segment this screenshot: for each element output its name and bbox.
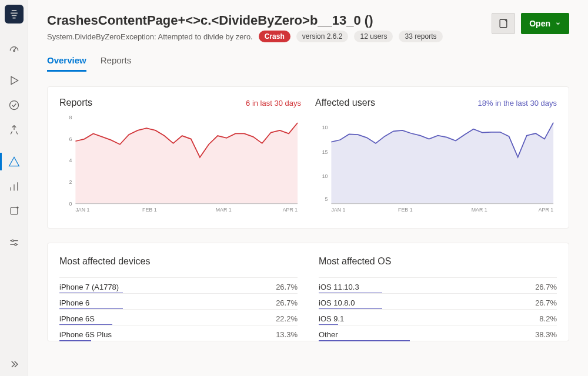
svg-text:8: 8 [69, 115, 72, 120]
chevron-double-right-icon [8, 358, 20, 370]
os-row: iOS 9.18.2% [319, 309, 557, 325]
sidebar [0, 0, 28, 376]
users-chart: 5101510JAN 1FEB 1MAR 1APR 1 [315, 114, 557, 217]
device-row: iPhone 7 (A1778)26.7% [59, 277, 298, 293]
svg-point-4 [11, 240, 13, 241]
svg-text:4: 4 [69, 157, 72, 163]
users-chart-title: Affected users [315, 98, 375, 108]
breakdown-card: Most affected devices iPhone 7 (A1778)26… [47, 243, 569, 341]
devices-column: Most affected devices iPhone 7 (A1778)26… [59, 256, 298, 341]
svg-text:MAR 1: MAR 1 [216, 207, 232, 213]
os-row: Other38.3% [319, 325, 557, 341]
os-percent: 26.7% [535, 298, 557, 307]
nav-push[interactable] [0, 199, 28, 223]
users-chart-note: 18% in the last 30 days [478, 99, 557, 108]
device-row: iPhone 6S Plus13.3% [59, 325, 298, 341]
os-percent: 26.7% [535, 283, 557, 291]
svg-text:5: 5 [325, 196, 328, 202]
device-percent: 22.2% [276, 314, 298, 323]
device-label: iPhone 7 (A1778) [59, 283, 119, 291]
nav-build[interactable] [0, 68, 28, 93]
device-row: iPhone 626.7% [59, 293, 298, 309]
users-pill: 12 users [354, 31, 393, 42]
open-button[interactable]: Open [521, 13, 569, 34]
os-row: iOS 11.10.326.7% [319, 277, 557, 293]
svg-point-1 [9, 101, 18, 110]
svg-text:JAN 1: JAN 1 [75, 207, 89, 213]
os-percent: 38.3% [535, 330, 557, 339]
svg-text:FEB 1: FEB 1 [142, 207, 157, 213]
svg-text:15: 15 [322, 149, 328, 155]
nav-diagnostics[interactable] [0, 149, 28, 174]
svg-text:APR 1: APR 1 [539, 207, 554, 213]
reports-chart-note: 6 in last 30 days [246, 99, 301, 108]
device-label: iPhone 6S [59, 314, 95, 323]
warning-icon [8, 156, 20, 167]
nav-settings[interactable] [0, 230, 28, 255]
svg-point-3 [16, 207, 18, 209]
os-row: iOS 10.8.026.7% [319, 293, 557, 309]
distribute-icon [8, 124, 20, 136]
os-label: Other [319, 330, 338, 339]
svg-rect-2 [11, 207, 18, 214]
svg-point-5 [14, 244, 16, 246]
gauge-icon [8, 43, 20, 55]
bar-chart-icon [8, 180, 20, 192]
svg-text:6: 6 [69, 136, 72, 142]
open-button-label: Open [529, 19, 550, 28]
charts-card: Reports 6 in last 30 days 02468JAN 1FEB … [47, 86, 569, 229]
play-icon [8, 75, 20, 86]
note-icon [497, 18, 509, 29]
os-label: iOS 10.8.0 [319, 298, 355, 307]
device-percent: 26.7% [276, 283, 298, 291]
os-label: iOS 9.1 [319, 314, 344, 323]
os-title: Most affected OS [319, 256, 557, 267]
svg-text:10: 10 [322, 173, 328, 179]
svg-text:10: 10 [322, 125, 328, 130]
os-bar [319, 340, 410, 341]
reports-chart-card: Reports 6 in last 30 days 02468JAN 1FEB … [59, 98, 301, 217]
svg-text:JAN 1: JAN 1 [331, 207, 345, 213]
device-label: iPhone 6S Plus [59, 330, 112, 339]
devices-title: Most affected devices [59, 256, 298, 267]
nav-test[interactable] [0, 93, 28, 118]
svg-text:APR 1: APR 1 [283, 207, 298, 213]
reports-chart: 02468JAN 1FEB 1MAR 1APR 1 [59, 114, 301, 217]
annotate-button[interactable] [492, 13, 515, 34]
chevron-down-icon [555, 21, 561, 26]
reports-chart-title: Reports [59, 98, 92, 108]
svg-text:0: 0 [69, 201, 72, 207]
device-percent: 26.7% [276, 298, 298, 307]
exception-message: System.DivideByZeroException: Attempted … [47, 32, 253, 41]
device-row: iPhone 6S22.2% [59, 309, 298, 325]
check-circle-icon [8, 99, 20, 111]
device-label: iPhone 6 [59, 298, 89, 307]
sidebar-expand[interactable] [0, 358, 28, 370]
device-dot-icon [8, 205, 20, 217]
svg-text:FEB 1: FEB 1 [398, 207, 413, 213]
svg-text:2: 2 [69, 179, 72, 185]
crash-pill: Crash [259, 31, 290, 42]
app-logo [5, 5, 24, 24]
svg-text:MAR 1: MAR 1 [472, 207, 487, 213]
nav-overview[interactable] [0, 36, 28, 61]
nav-distribute[interactable] [0, 118, 28, 142]
nav-analytics[interactable] [0, 174, 28, 199]
sliders-icon [8, 237, 20, 249]
tab-overview[interactable]: Overview [47, 55, 86, 72]
os-label: iOS 11.10.3 [319, 283, 359, 291]
page-title: CrashesContentPage+<>c.<DivideByZero>b__… [47, 13, 443, 28]
tab-reports[interactable]: Reports [101, 55, 132, 72]
main-content: CrashesContentPage+<>c.<DivideByZero>b__… [28, 0, 588, 376]
device-bar [59, 340, 91, 341]
os-column: Most affected OS iOS 11.10.326.7%iOS 10.… [319, 256, 557, 341]
tabs: Overview Reports [47, 55, 569, 72]
reports-pill: 33 reports [399, 31, 442, 42]
users-chart-card: Affected users 18% in the last 30 days 5… [315, 98, 557, 217]
svg-point-0 [13, 50, 15, 52]
device-percent: 13.3% [276, 330, 298, 339]
os-percent: 8.2% [539, 314, 557, 323]
version-pill: version 2.6.2 [296, 31, 349, 42]
